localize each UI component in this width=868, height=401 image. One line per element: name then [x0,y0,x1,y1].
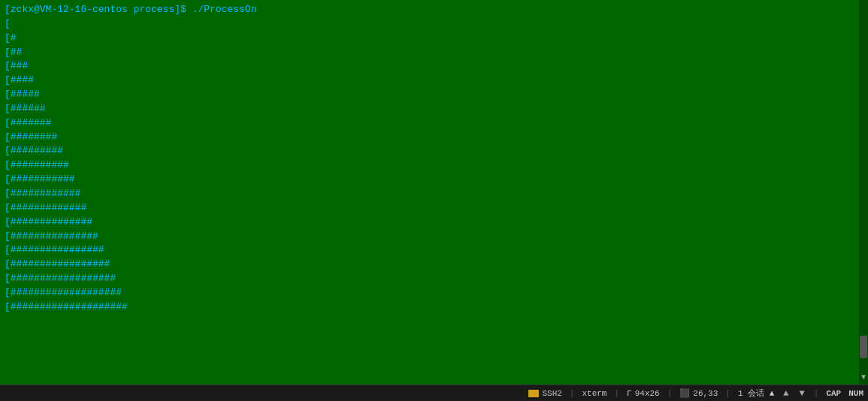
term-label: xterm [582,389,606,398]
nav-down-button[interactable]: ▼ [798,388,806,399]
terminal-line: [########## [5,158,863,173]
ssh-label: SSH2 [542,389,561,398]
ssh-icon [528,390,539,397]
term-status: xterm [582,389,606,398]
terminal-line: [############### [5,230,863,244]
size-label: Γ [627,389,632,398]
terminal-line: [###### [5,102,863,116]
terminal-line: [######### [5,144,863,158]
separator-5: | [814,389,819,398]
terminal-line: [##### [5,88,863,102]
terminal-line: [#### [5,74,863,88]
terminal-line: [############# [5,201,863,216]
scrollbar-arrow-down[interactable]: ▼ [861,373,866,381]
terminal-line: [# [5,32,863,46]
terminal-line: [### [5,59,863,74]
separator-3: | [667,389,673,398]
terminal-line: [############ [5,187,863,201]
cap-indicator: CAP [826,389,841,398]
pos-label: ⬛ [679,388,690,398]
terminal-line: [########### [5,173,863,187]
terminal-line: [############## [5,216,863,230]
ssh-status: SSH2 [528,389,561,398]
sessions-arrow[interactable]: ▲ [770,389,775,398]
separator-1: | [570,389,575,398]
pos-status: ⬛ 26,33 [679,388,718,398]
scrollbar-thumb[interactable] [860,336,867,358]
separator-2: | [614,389,619,398]
terminal-line: [######## [5,131,863,145]
separator-4: | [725,389,730,398]
scrollbar[interactable]: ▼ [859,0,868,384]
size-value: 94x26 [635,389,660,398]
num-indicator: NUM [848,389,863,398]
size-status: Γ 94x26 [627,389,660,398]
terminal-line: [################### [5,286,863,300]
prompt-line: [zckx@VM-12-16-centos process]$ ./Proces… [5,3,863,17]
terminal-line: [################## [5,272,863,286]
terminal-line: [################# [5,258,863,272]
status-bar: SSH2 | xterm | Γ 94x26 | ⬛ 26,33 | 1 会话 … [0,384,868,401]
terminal-line: [ [5,17,863,32]
terminal-output: [[#[##[###[####[#####[######[#######[###… [5,17,863,315]
terminal-line: [################ [5,243,863,258]
terminal-line: [#################### [5,300,863,315]
terminal-line: [####### [5,116,863,131]
terminal-area: [zckx@VM-12-16-centos process]$ ./Proces… [0,0,868,384]
pos-value: 26,33 [693,389,718,398]
nav-up-button[interactable]: ▲ [782,388,790,399]
terminal-line: [## [5,46,863,60]
sessions-status: 1 会话 ▲ [738,387,774,399]
sessions-label: 1 会话 [738,389,764,398]
